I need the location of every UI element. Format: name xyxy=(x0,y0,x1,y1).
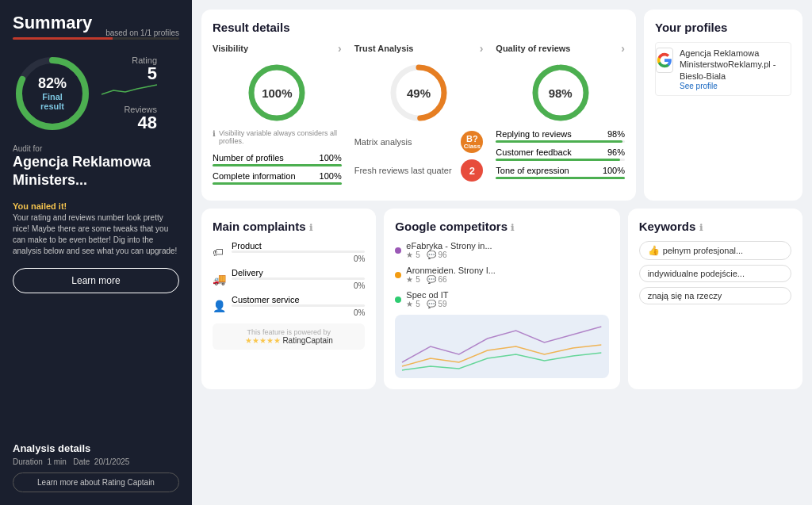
comp-1-rating: ★ 5 xyxy=(406,251,419,259)
product-icon: 🏷 xyxy=(213,246,227,258)
keywords-info-icon[interactable]: ℹ xyxy=(699,223,703,232)
feedback-label: Customer feedback xyxy=(496,147,571,157)
audit-name: Agencja Reklamowa Ministers... xyxy=(13,153,179,190)
keyword-2[interactable]: indywidualne podejście... xyxy=(639,265,791,282)
google-icon xyxy=(656,48,673,73)
competitors-title: Google competitors ℹ xyxy=(395,220,608,233)
profile-name: Agencja Reklamowa MinisterstwoReklamy.pl… xyxy=(680,48,791,82)
profiles-value: 100% xyxy=(320,153,342,163)
competitor-3-dot xyxy=(395,296,401,303)
rating-captain-button[interactable]: Learn more about Rating Captain xyxy=(13,472,179,492)
keyword-1-icon: 👍 xyxy=(648,245,660,256)
delivery-label: Delivery xyxy=(232,268,365,277)
nailed-title: You nailed it! xyxy=(13,201,179,211)
replying-value: 98% xyxy=(607,129,625,139)
rating-bar xyxy=(13,37,179,40)
result-details-title: Result details xyxy=(213,21,625,34)
fresh-label: Fresh reviews last quater xyxy=(354,166,452,175)
see-profile-link[interactable]: See profile xyxy=(680,82,791,90)
audit-label: Audit for xyxy=(13,144,179,153)
complaints-info-icon[interactable]: ℹ xyxy=(309,223,312,232)
powered-by: This feature is powered by ★★★★★ RatingC… xyxy=(213,323,365,350)
feedback-value: 96% xyxy=(607,147,625,157)
analysis-details: Analysis details Duration 1 min Date 20/… xyxy=(13,442,179,492)
rating-value: 5 xyxy=(147,65,157,82)
complete-bar xyxy=(213,182,342,185)
top-row: Result details Visibility › xyxy=(201,10,802,201)
keyword-1-text: pełnym profesjonal... xyxy=(663,246,744,255)
trust-percent: 49% xyxy=(407,86,431,100)
competitors-chart-svg xyxy=(395,315,608,378)
result-details-card: Result details Visibility › xyxy=(201,10,636,201)
competitor-1-name: eFabryka - Strony in... xyxy=(406,241,492,251)
date-label: Date xyxy=(73,457,90,466)
tone-bar xyxy=(496,177,625,179)
main-content: Result details Visibility › xyxy=(192,0,812,505)
comp-2-rating: ★ 5 xyxy=(406,275,419,284)
analysis-meta: Duration 1 min Date 20/1/2025 xyxy=(13,457,179,466)
comp-2-reviews: 💬 66 xyxy=(427,275,447,284)
complaint-customer-service: 👤 Customer service 0% xyxy=(213,295,365,317)
google-competitors-card: Google competitors ℹ eFabryka - Strony i… xyxy=(384,209,619,389)
trust-section: Trust Analysis › 49% Matrix xyxy=(354,42,484,189)
customer-service-label: Customer service xyxy=(232,295,365,304)
delivery-icon: 🚚 xyxy=(213,273,227,285)
quality-donut: 98% xyxy=(529,61,592,124)
nailed-desc: Your rating and reviews number look pret… xyxy=(13,212,179,257)
quality-label: Quality of reviews xyxy=(496,44,570,53)
gauge-row: 82% Final result Rating 5 Reviews 48 xyxy=(13,54,179,133)
info-icon: ℹ xyxy=(213,129,216,138)
keywords-title: Keywords ℹ xyxy=(639,220,791,233)
learn-more-button[interactable]: Learn more xyxy=(13,268,179,293)
complaints-title: Main complaints ℹ xyxy=(213,220,365,233)
trust-arrow[interactable]: › xyxy=(480,42,484,55)
visibility-arrow[interactable]: › xyxy=(338,42,342,55)
visibility-section: Visibility › 100% ℹ xyxy=(213,42,342,189)
duration-value: 1 min xyxy=(47,457,66,466)
keyword-1[interactable]: 👍 pełnym profesjonal... xyxy=(639,241,791,260)
replying-label: Replying to reviews xyxy=(496,129,571,139)
competitor-3-name: Spec od IT xyxy=(406,290,448,300)
your-profiles-title: Your profiles xyxy=(655,21,791,34)
final-label: Final result xyxy=(33,92,72,111)
duration-label: Duration xyxy=(13,457,43,466)
keyword-3[interactable]: znają się na rzeczy xyxy=(639,287,791,304)
analysis-title: Analysis details xyxy=(13,442,179,454)
feedback-bar xyxy=(496,159,619,161)
keywords-card: Keywords ℹ 👍 pełnym profesjonal... indyw… xyxy=(628,209,802,389)
trust-label: Trust Analysis xyxy=(354,44,414,53)
competitors-chart xyxy=(395,315,608,378)
trust-donut: 49% xyxy=(387,61,450,124)
your-profiles-card: Your profiles Agencja Reklamowa Minister… xyxy=(644,10,802,201)
competitor-2-dot xyxy=(395,272,401,278)
competitors-info-icon[interactable]: ℹ xyxy=(511,223,514,232)
visibility-note: Visibility variable always considers all… xyxy=(219,129,342,145)
bottom-row: Main complaints ℹ 🏷 Product 0% 🚚 Deliver… xyxy=(201,209,802,389)
product-label: Product xyxy=(232,241,365,251)
comp-3-reviews: 💬 59 xyxy=(427,300,447,308)
customer-service-icon: 👤 xyxy=(213,300,227,312)
final-result-gauge: 82% Final result xyxy=(13,54,92,133)
comp-3-rating: ★ 5 xyxy=(406,300,419,308)
quality-arrow[interactable]: › xyxy=(621,42,625,55)
competitor-2: Aronmeiden. Strony I... ★ 5 💬 66 xyxy=(395,266,608,284)
tone-value: 100% xyxy=(603,166,625,175)
date-value: 20/1/2025 xyxy=(94,457,130,466)
fresh-number: 2 xyxy=(461,159,483,182)
keyword-2-text: indywidualne podejście... xyxy=(648,269,745,278)
complaint-product: 🏷 Product 0% xyxy=(213,241,365,263)
matrix-label: Matrix analysis xyxy=(354,137,412,147)
rating-chart xyxy=(102,82,157,98)
final-percent: 82% xyxy=(33,76,72,92)
profiles-list: Agencja Reklamowa MinisterstwoReklamy.pl… xyxy=(655,42,791,96)
main-complaints-card: Main complaints ℹ 🏷 Product 0% 🚚 Deliver… xyxy=(201,209,376,389)
keyword-3-text: znają się na rzeczy xyxy=(648,291,722,300)
quality-section: Quality of reviews › 98% xyxy=(496,42,625,189)
competitor-3: Spec od IT ★ 5 💬 59 xyxy=(395,290,608,308)
visibility-donut: 100% xyxy=(245,61,308,124)
competitor-2-name: Aronmeiden. Strony I... xyxy=(406,266,496,275)
replying-bar xyxy=(496,140,622,143)
competitor-1: eFabryka - Strony in... ★ 5 💬 96 xyxy=(395,241,608,259)
competitor-1-dot xyxy=(395,247,401,254)
quality-percent: 98% xyxy=(549,86,573,100)
